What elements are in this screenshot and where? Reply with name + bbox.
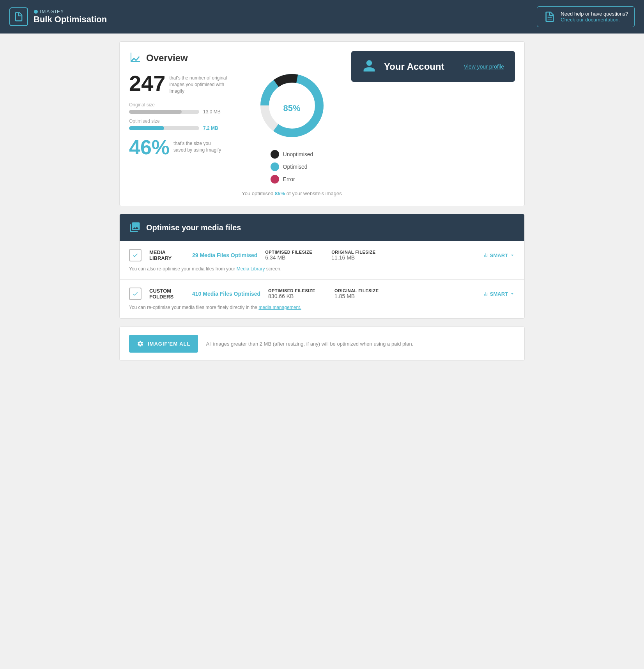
media-section: Optimise your media files MEDIALIBRARY 2… (119, 214, 525, 319)
savings-pct: 46% (129, 137, 170, 157)
optimised-size-label: Optimised size (129, 118, 232, 124)
media-library-files: 29 Media Files Optimised (192, 252, 257, 258)
brand-name: IMAGIFY (34, 9, 107, 14)
media-header: Optimise your media files (120, 214, 524, 241)
help-question: Need help or have questions? (561, 11, 628, 17)
custom-folders-orig-filesize: ORIGINAL FILESIZE 1.85 MB (334, 288, 393, 299)
images-icon (129, 221, 141, 233)
dropdown-icon-2 (510, 291, 515, 297)
media-library-orig-filesize: ORIGINAL FILESIZE 11.16 MB (331, 250, 390, 261)
custom-folders-row: CUSTOMFOLDERS 410 Media Files Optimised … (120, 280, 524, 318)
account-icon (362, 59, 376, 74)
original-size-bar-fill (129, 110, 182, 114)
media-management-link[interactable]: media management. (258, 305, 301, 310)
cta-section: IMAGIF'EM ALL All images greater than 2 … (119, 327, 525, 361)
optimised-dot (271, 162, 279, 171)
legend: Unoptimised Optimised Error (271, 150, 313, 184)
header-title: Bulk Optimisation (34, 14, 107, 25)
account-box-wrapper: Your Account View your profile (351, 51, 515, 90)
overview-header: Overview (129, 51, 232, 65)
custom-folders-name: CUSTOMFOLDERS (149, 288, 184, 300)
original-size-bar-bg (129, 110, 199, 114)
page-header: IMAGIFY Bulk Optimisation Need help or h… (0, 0, 644, 34)
legend-error: Error (271, 175, 313, 184)
legend-error-label: Error (283, 176, 295, 182)
donut-chart: 85% (257, 71, 327, 141)
donut-section: 85% Unoptimised Optimised Error (240, 51, 343, 196)
custom-folders-files: 410 Media Files Optimised (192, 291, 260, 297)
legend-optimised: Optimised (271, 162, 313, 171)
original-size-label: Original size (129, 102, 232, 108)
view-profile-link[interactable]: View your profile (464, 64, 504, 70)
dropdown-icon (510, 252, 515, 258)
overview-section: Overview 247 that's the number of origin… (119, 41, 525, 206)
imagifem-label: IMAGIF'EM ALL (148, 341, 190, 347)
donut-label: 85% (283, 97, 300, 115)
overview-top-row: Overview 247 that's the number of origin… (129, 51, 515, 196)
media-library-row: MEDIALIBRARY 29 Media Files Optimised OP… (120, 241, 524, 280)
optimised-size-bar-fill (129, 126, 164, 130)
size-section: Original size 13.0 MB Optimised size 7.2… (129, 102, 232, 131)
help-text-block: Need help or have questions? Check our d… (561, 11, 628, 23)
file-icon (13, 11, 24, 22)
original-size-value: 13.0 MB (203, 109, 221, 115)
custom-folders-row-top: CUSTOMFOLDERS 410 Media Files Optimised … (129, 288, 515, 300)
main-content: Overview 247 that's the number of origin… (111, 34, 533, 369)
optimised-note: You optimised 85% of your website's imag… (242, 191, 341, 196)
imagifem-all-button[interactable]: IMAGIF'EM ALL (129, 335, 198, 353)
legend-optimised-label: Optimised (283, 164, 308, 170)
error-dot (271, 175, 279, 184)
bar-chart-icon-2 (483, 291, 488, 297)
account-title: Your Account (384, 61, 456, 72)
custom-folders-note: You can re-optimise your media files mor… (129, 305, 515, 310)
cta-note: All images greater than 2 MB (after resi… (206, 341, 413, 347)
media-library-name: MEDIALIBRARY (149, 249, 184, 261)
custom-folders-smart[interactable]: SMART (483, 291, 515, 297)
gear-icon (137, 340, 144, 347)
account-box: Your Account View your profile (351, 51, 515, 82)
custom-folders-opt-filesize: OPTIMISED FILESIZE 830.66 KB (268, 288, 327, 299)
overview-title: Overview (146, 53, 188, 64)
docs-link[interactable]: Check our documentation. (561, 17, 628, 23)
imagify-small-icon (34, 9, 38, 14)
legend-unoptimised-label: Unoptimised (283, 151, 313, 157)
media-library-row-top: MEDIALIBRARY 29 Media Files Optimised OP… (129, 249, 515, 261)
images-count: 247 (129, 72, 165, 94)
document-icon (543, 11, 556, 23)
optimised-size-bar-row: 7.2 MB (129, 125, 232, 131)
custom-folders-checkbox[interactable] (129, 288, 142, 300)
optimised-note-pct: 85% (275, 191, 285, 196)
media-header-title: Optimise your media files (146, 223, 241, 232)
donut-symbol: % (293, 103, 301, 113)
legend-unoptimised: Unoptimised (271, 150, 313, 159)
overview-icon (129, 51, 142, 65)
check-icon-2 (132, 291, 138, 297)
unoptimised-dot (271, 150, 279, 159)
header-left: IMAGIFY Bulk Optimisation (9, 7, 107, 26)
check-icon (132, 252, 138, 258)
bar-chart-icon (483, 252, 488, 258)
logo-icon (9, 7, 28, 26)
savings-section: 46% that's the size you saved by using I… (129, 137, 232, 157)
media-library-link[interactable]: Media Library (237, 266, 265, 272)
chart-icon (129, 51, 142, 64)
media-library-checkbox[interactable] (129, 249, 142, 261)
original-size-bar-row: 13.0 MB (129, 109, 232, 115)
optimised-size-bar-bg (129, 126, 199, 130)
media-library-opt-filesize: OPTIMISED FILESIZE 6.34 MB (265, 250, 324, 261)
images-desc: that's the number of original images you… (169, 72, 232, 94)
overview-left: Overview 247 that's the number of origin… (129, 51, 232, 157)
user-icon (362, 59, 376, 73)
brand: IMAGIFY Bulk Optimisation (34, 9, 107, 25)
optimised-size-value: 7.2 MB (203, 125, 218, 131)
help-box: Need help or have questions? Check our d… (537, 6, 635, 27)
media-library-note: You can also re-optimise your media file… (129, 266, 515, 272)
media-header-icon (129, 221, 141, 234)
svg-point-0 (34, 10, 38, 14)
savings-desc: that's the size you saved by using Imagi… (173, 137, 224, 154)
images-count-row: 247 that's the number of original images… (129, 72, 232, 94)
media-library-smart[interactable]: SMART (483, 252, 515, 258)
